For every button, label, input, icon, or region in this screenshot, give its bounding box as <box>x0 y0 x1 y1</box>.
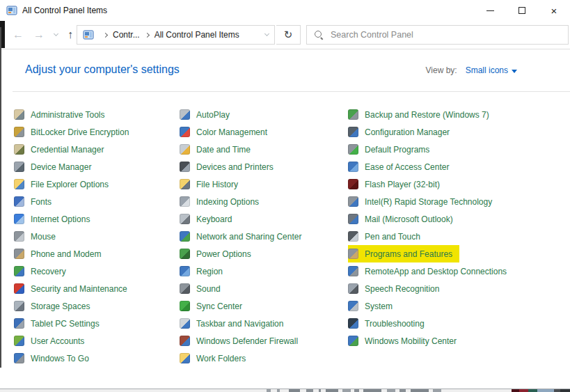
item-label: Tablet PC Settings <box>31 319 100 329</box>
control-panel-item[interactable]: Ease of Access Center <box>348 158 456 175</box>
sync-arrows-icon <box>180 301 190 311</box>
view-by-chevron-icon[interactable] <box>512 70 517 73</box>
minimize-icon <box>486 10 494 11</box>
control-panel-icon <box>83 29 94 40</box>
control-panel-item[interactable]: Tablet PC Settings <box>14 315 106 332</box>
control-panel-item[interactable]: User Accounts <box>14 332 91 350</box>
control-panel-item[interactable]: Windows Defender Firewall <box>180 332 305 350</box>
control-panel-item[interactable]: Region <box>180 262 230 280</box>
item-label: System <box>365 301 393 311</box>
control-panel-item[interactable]: Pen and Touch <box>348 228 427 245</box>
breadcrumb-root[interactable]: Contr... <box>113 30 140 40</box>
control-panel-item[interactable]: Storage Spaces <box>14 297 97 315</box>
control-panel-item[interactable]: Windows To Go <box>14 350 96 367</box>
printer-icon <box>180 162 190 172</box>
item-label: Device Manager <box>31 162 91 172</box>
recent-locations-chevron-icon[interactable] <box>54 31 58 36</box>
item-label: Intel(R) Rapid Storage Technology <box>365 197 492 207</box>
up-button[interactable]: ↑ <box>68 29 73 40</box>
view-by-dropdown[interactable]: Small icons <box>466 65 508 75</box>
control-panel-item[interactable]: Taskbar and Navigation <box>180 315 290 332</box>
control-panel-item[interactable]: Speech Recognition <box>348 280 446 297</box>
control-panel-item[interactable]: RemoteApp and Desktop Connections <box>348 262 514 280</box>
control-panel-item[interactable]: System <box>348 297 399 315</box>
flash-player-icon <box>348 179 358 189</box>
minimize-button[interactable] <box>474 0 506 21</box>
work-folders-icon <box>180 353 190 363</box>
item-label: Date and Time <box>196 145 251 155</box>
search-input[interactable]: Search Control Panel <box>306 25 569 45</box>
taskbar-sliver-segment <box>560 389 570 392</box>
control-panel-item[interactable]: File Explorer Options <box>14 175 116 193</box>
item-label: Power Options <box>196 249 251 259</box>
control-panel-item[interactable]: Configuration Manager <box>348 123 457 141</box>
control-panel-item[interactable]: Credential Manager <box>14 141 111 158</box>
control-panel-item[interactable]: Sync Center <box>180 297 249 315</box>
window-title: All Control Panel Items <box>22 6 107 15</box>
control-panel-item[interactable]: Mail (Microsoft Outlook) <box>348 210 460 228</box>
control-panel-item[interactable]: Fonts <box>14 193 58 210</box>
control-panel-item[interactable]: Mouse <box>14 228 63 245</box>
breadcrumb-current[interactable]: All Control Panel Items <box>155 30 239 40</box>
taskbar-sliver-segment <box>512 389 519 392</box>
item-label: User Accounts <box>31 336 84 346</box>
date-time-icon <box>180 144 190 155</box>
control-panel-item[interactable]: Windows Mobility Center <box>348 332 464 350</box>
forward-button[interactable]: → <box>33 29 45 40</box>
control-panel-item[interactable]: Recovery <box>14 262 73 280</box>
control-panel-item[interactable]: Keyboard <box>180 210 239 228</box>
control-panel-item[interactable]: Power Options <box>180 245 258 262</box>
item-label: Troubleshooting <box>365 319 425 329</box>
mouse-icon <box>14 231 24 242</box>
backup-restore-icon <box>348 109 358 120</box>
back-button[interactable]: ← <box>13 29 24 40</box>
control-panel-item[interactable]: Programs and Features <box>348 245 459 262</box>
control-panel-item[interactable]: Troubleshooting <box>348 315 432 332</box>
item-label: Recovery <box>31 267 66 276</box>
taskbar-sliver-segment <box>267 389 271 392</box>
remoteapp-icon <box>348 266 358 276</box>
control-panel-item[interactable]: Security and Maintenance <box>14 280 134 297</box>
control-panel-item[interactable]: Work Folders <box>180 350 253 367</box>
item-label: Mail (Microsoft Outlook) <box>365 214 453 224</box>
close-button[interactable]: × <box>538 0 570 21</box>
control-panel-item[interactable]: AutoPlay <box>180 106 237 123</box>
network-sharing-icon <box>180 231 190 242</box>
item-label: Ease of Access Center <box>365 162 449 172</box>
view-by-label: View by: <box>426 65 457 75</box>
control-panel-item[interactable]: File History <box>180 175 245 193</box>
control-panel-item[interactable]: Backup and Restore (Windows 7) <box>348 106 496 123</box>
item-label: RemoteApp and Desktop Connections <box>365 267 507 276</box>
storage-stack-icon <box>14 301 24 311</box>
refresh-button[interactable]: ↻ <box>276 25 301 45</box>
programs-features-icon <box>348 249 358 259</box>
device-manager-icon <box>14 162 24 172</box>
control-panel-item[interactable]: Internet Options <box>14 210 97 228</box>
control-panel-item[interactable]: Administrative Tools <box>14 106 112 123</box>
taskbar-sliver-segment <box>537 389 554 392</box>
control-panel-item[interactable]: Sound <box>180 280 228 297</box>
control-panel-item[interactable]: BitLocker Drive Encryption <box>14 123 136 141</box>
control-panel-item[interactable]: Phone and Modem <box>14 245 108 262</box>
address-dropdown-chevron-icon[interactable] <box>264 31 269 36</box>
control-panel-item[interactable]: Device Manager <box>14 158 98 175</box>
control-panel-item[interactable]: Color Management <box>180 123 274 141</box>
item-label: Mouse <box>31 232 56 242</box>
control-panel-item[interactable]: Flash Player (32-bit) <box>348 175 447 193</box>
control-panel-item[interactable]: Devices and Printers <box>180 158 280 175</box>
breadcrumb[interactable]: Contr... All Control Panel Items <box>77 25 275 45</box>
item-label: Pen and Touch <box>365 232 420 242</box>
maximize-button[interactable] <box>506 0 538 21</box>
control-panel-item[interactable]: Date and Time <box>180 141 258 158</box>
breadcrumb-chevron-icon <box>145 32 150 37</box>
indexing-magnifier-icon <box>180 196 190 207</box>
control-panel-item[interactable]: Indexing Options <box>180 193 266 210</box>
item-label: Devices and Printers <box>196 162 274 172</box>
control-panel-item[interactable]: Intel(R) Rapid Storage Technology <box>348 193 499 210</box>
pen-touch-icon <box>348 231 358 242</box>
control-panel-item[interactable]: Network and Sharing Center <box>180 228 308 245</box>
control-panel-item[interactable]: Default Programs <box>348 141 436 158</box>
control-panel-items-grid: Administrative ToolsBitLocker Drive Encr… <box>14 106 570 367</box>
taskbar-sliver <box>0 389 570 392</box>
item-label: Flash Player (32-bit) <box>365 180 440 189</box>
